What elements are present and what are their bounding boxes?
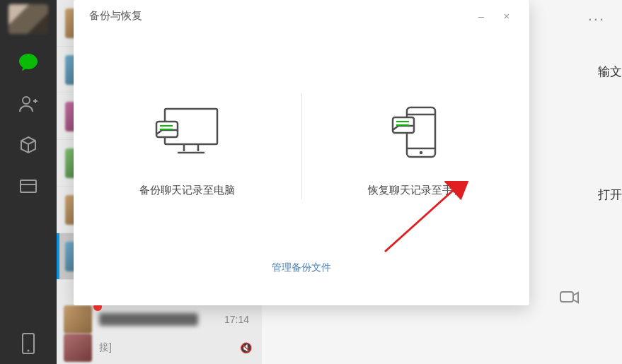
chat-icon: [16, 51, 40, 75]
dialog-footer: 管理备份文件: [74, 262, 529, 305]
close-button[interactable]: ×: [494, 6, 519, 25]
chat-list-item[interactable]: 接] 🔇: [57, 334, 262, 362]
app-root: 17:14 接] 🔇 ··· 输文 打开 备份与恢复 – ×: [0, 0, 622, 364]
nav-files[interactable]: [0, 165, 57, 206]
favorites-icon: [18, 135, 38, 155]
backup-to-pc-option[interactable]: 备份聊天记录至电脑: [74, 96, 301, 197]
side-text: 输文: [598, 64, 622, 80]
chat-snippet: 接]: [99, 341, 112, 354]
chat-time: 17:14: [224, 314, 249, 325]
nav-sidebar: [0, 0, 57, 364]
phone-icon: [21, 332, 36, 355]
backup-label: 备份聊天记录至电脑: [139, 184, 235, 197]
nav-phone[interactable]: [0, 323, 57, 364]
restore-to-phone-option[interactable]: 恢复聊天记录至手机: [302, 96, 530, 197]
side-text: 打开: [598, 187, 622, 203]
svg-rect-4: [560, 292, 573, 302]
nav-favorites[interactable]: [0, 124, 57, 165]
minimize-button[interactable]: –: [468, 6, 494, 25]
nav-chat[interactable]: [0, 42, 57, 83]
manage-backup-link[interactable]: 管理备份文件: [272, 262, 331, 274]
svg-point-3: [28, 350, 30, 352]
more-button[interactable]: ···: [588, 10, 605, 28]
monitor-icon: [152, 103, 223, 164]
svg-point-0: [23, 97, 30, 104]
user-avatar[interactable]: [8, 4, 48, 34]
dialog-title: 备份与恢复: [89, 9, 468, 23]
call-icon[interactable]: [560, 289, 580, 309]
dialog-header: 备份与恢复 – ×: [74, 0, 529, 31]
nav-contacts[interactable]: [0, 83, 57, 124]
files-icon: [18, 176, 38, 196]
svg-point-8: [420, 151, 422, 153]
mute-icon: 🔇: [240, 342, 252, 353]
chat-list-item[interactable]: 17:14: [57, 305, 262, 334]
dialog-body: 备份聊天记录至电脑 恢复聊天记录至手机: [74, 31, 529, 262]
backup-restore-dialog: 备份与恢复 – × 备份聊天记录至电脑: [74, 0, 529, 305]
restore-label: 恢复聊天记录至手机: [368, 184, 463, 197]
contacts-icon: [18, 93, 39, 115]
mobile-icon: [380, 103, 451, 164]
svg-rect-1: [21, 180, 36, 192]
